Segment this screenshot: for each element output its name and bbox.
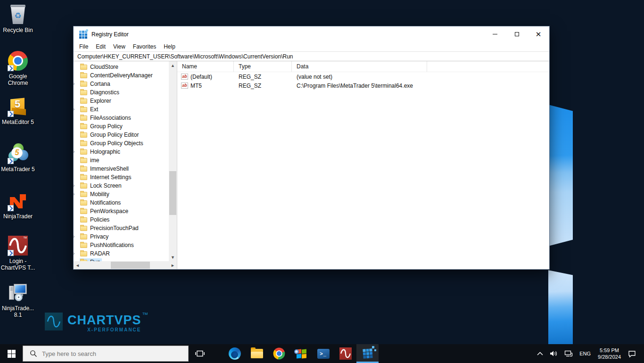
desktop-icon-ninjatrader-installer[interactable]: NinjaTrade... 8.1 <box>0 282 36 318</box>
tree-item-notifications[interactable]: Notifications <box>74 198 169 207</box>
file-explorer-icon <box>251 349 263 358</box>
tree-item-mobility[interactable]: ›Mobility <box>74 190 169 198</box>
minimize-button[interactable] <box>484 26 506 42</box>
value-data: (value not set) <box>292 74 549 80</box>
tree-item-precisiontouchpad[interactable]: PrecisionTouchPad <box>74 224 169 232</box>
scroll-right-button[interactable]: ► <box>169 261 177 269</box>
tree-vertical-scrollbar[interactable]: ▲ ▼ <box>169 61 177 261</box>
taskbar-app-edge[interactable] <box>223 344 246 363</box>
expand-chevron-icon[interactable]: › <box>74 148 77 154</box>
taskbar-app-registry-editor[interactable] <box>356 344 379 363</box>
maximize-button[interactable] <box>506 26 528 42</box>
volume-button[interactable] <box>546 344 561 363</box>
expand-chevron-icon[interactable]: › <box>74 182 77 188</box>
desktop-icon-ninjatrader[interactable]: NinjaTrader <box>0 190 36 220</box>
expand-chevron-icon[interactable]: › <box>74 191 77 197</box>
folder-icon <box>80 200 87 206</box>
column-header-type[interactable]: Type <box>234 61 292 72</box>
title-bar[interactable]: Registry Editor ✕ <box>74 26 549 42</box>
tree-item-penworkspace[interactable]: PenWorkspace <box>74 207 169 215</box>
horizontal-scroll-thumb[interactable] <box>111 262 150 269</box>
folder-icon <box>80 73 87 78</box>
column-header-data[interactable]: Data <box>292 61 427 72</box>
tree-item-run[interactable]: Run <box>74 258 169 261</box>
desktop-icon-label: Google Chrome <box>0 73 36 86</box>
taskbar-app-chrome[interactable] <box>268 344 290 363</box>
tree-item-group-policy-editor[interactable]: Group Policy Editor <box>74 131 169 139</box>
desktop-icon-chartvps-login[interactable]: TM Login - ChartVPS T... <box>0 235 36 271</box>
shortcut-arrow-icon <box>8 65 14 71</box>
desktop-icon-google-chrome[interactable]: Google Chrome <box>0 50 36 86</box>
chartvps-icon <box>339 347 352 360</box>
tree-item-ext[interactable]: ›Ext <box>74 105 169 114</box>
tree-item-immersiveshell[interactable]: ImmersiveShell <box>74 165 169 173</box>
folder-icon <box>80 107 87 112</box>
menu-help[interactable]: Help <box>160 42 179 51</box>
chartvps-login-icon: TM <box>7 235 29 256</box>
tree-item-label: ime <box>90 157 99 164</box>
desktop-icon-label: MetaTrader 5 <box>1 166 35 173</box>
tree-item-lock-screen[interactable]: ›Lock Screen <box>74 182 169 190</box>
value-name: (Default) <box>190 74 212 80</box>
scroll-up-button[interactable]: ▲ <box>169 61 177 69</box>
search-input[interactable] <box>42 350 188 357</box>
shortcut-arrow-icon <box>8 111 14 117</box>
close-button[interactable]: ✕ <box>528 26 549 42</box>
menu-favorites[interactable]: Favorites <box>129 42 160 51</box>
tree-item-explorer[interactable]: Explorer <box>74 97 169 105</box>
windows-logo-icon <box>8 350 16 358</box>
tree-horizontal-scrollbar[interactable]: ◄ ► <box>74 261 177 269</box>
tree-item-fileassociations[interactable]: FileAssociations <box>74 114 169 122</box>
tree-item-group-policy[interactable]: Group Policy <box>74 122 169 131</box>
column-header-name[interactable]: Name <box>177 61 234 72</box>
tree-item-ime[interactable]: ime <box>74 156 169 165</box>
action-center-button[interactable] <box>625 344 639 363</box>
desktop-icon-label: NinjaTrade... 8.1 <box>0 305 36 318</box>
registry-tree: CloudStoreContentDeliveryManager›Cortana… <box>74 63 169 261</box>
tree-item-holographic[interactable]: ›Holographic <box>74 148 169 156</box>
registry-value-row[interactable]: abMT5REG_SZC:\Program Files\MetaTrader 5… <box>177 81 549 90</box>
tree-item-cortana[interactable]: ›Cortana <box>74 80 169 88</box>
task-view-button[interactable] <box>189 344 211 363</box>
vertical-scroll-thumb[interactable] <box>169 171 176 215</box>
taskbar-search[interactable] <box>23 346 189 362</box>
desktop-icon-metatrader-5[interactable]: 5 MetaTrader 5 <box>0 143 36 173</box>
tree-item-privacy[interactable]: ›Privacy <box>74 232 169 241</box>
tree-item-policies[interactable]: Policies <box>74 215 169 224</box>
tree-item-contentdeliverymanager[interactable]: ContentDeliveryManager <box>74 71 169 80</box>
address-bar[interactable]: Computer\HKEY_CURRENT_USER\Software\Micr… <box>74 51 549 61</box>
start-button[interactable] <box>0 344 23 363</box>
tree-item-cloudstore[interactable]: CloudStore <box>74 63 169 71</box>
tree-item-group-policy-objects[interactable]: Group Policy Objects <box>74 139 169 148</box>
clock[interactable]: 5:59 PM 9/28/2024 <box>594 347 625 360</box>
tree-item-diagnostics[interactable]: Diagnostics <box>74 88 169 97</box>
tree-item-pushnotifications[interactable]: PushNotifications <box>74 241 169 249</box>
menu-edit[interactable]: Edit <box>92 42 109 51</box>
expand-chevron-icon[interactable]: › <box>74 106 77 112</box>
taskbar-app-windows-app[interactable] <box>290 344 312 363</box>
expand-chevron-icon[interactable]: › <box>74 81 77 86</box>
network-button[interactable] <box>561 344 576 363</box>
scroll-left-button[interactable]: ◄ <box>74 261 82 269</box>
tree-item-label: Group Policy Objects <box>90 140 143 147</box>
menu-view[interactable]: View <box>109 42 129 51</box>
scroll-down-button[interactable]: ▼ <box>169 253 177 261</box>
tree-item-internet-settings[interactable]: Internet Settings <box>74 173 169 182</box>
metatrader-5-icon: 5 <box>7 143 29 165</box>
taskbar-app-powershell[interactable]: >_ <box>312 344 334 363</box>
menu-file[interactable]: File <box>75 42 92 51</box>
tray-expand-button[interactable] <box>534 344 546 363</box>
folder-icon <box>80 99 87 104</box>
expand-chevron-icon[interactable]: › <box>74 250 77 256</box>
taskbar-app-file-explorer[interactable] <box>246 344 268 363</box>
taskbar-app-chartvps[interactable] <box>334 344 356 363</box>
brand-name: CHARTVPS <box>67 314 141 327</box>
chevron-up-icon <box>537 352 543 355</box>
folder-icon <box>80 124 87 129</box>
expand-chevron-icon[interactable]: › <box>74 233 77 239</box>
desktop-icon-recycle-bin[interactable]: ♻ Recycle Bin <box>0 4 36 33</box>
registry-value-row[interactable]: ab(Default)REG_SZ(value not set) <box>177 72 549 81</box>
language-indicator[interactable]: ENG <box>576 344 594 363</box>
tree-item-radar[interactable]: ›RADAR <box>74 249 169 258</box>
desktop-icon-metaeditor-5[interactable]: 5 MetaEditor 5 <box>0 96 36 125</box>
